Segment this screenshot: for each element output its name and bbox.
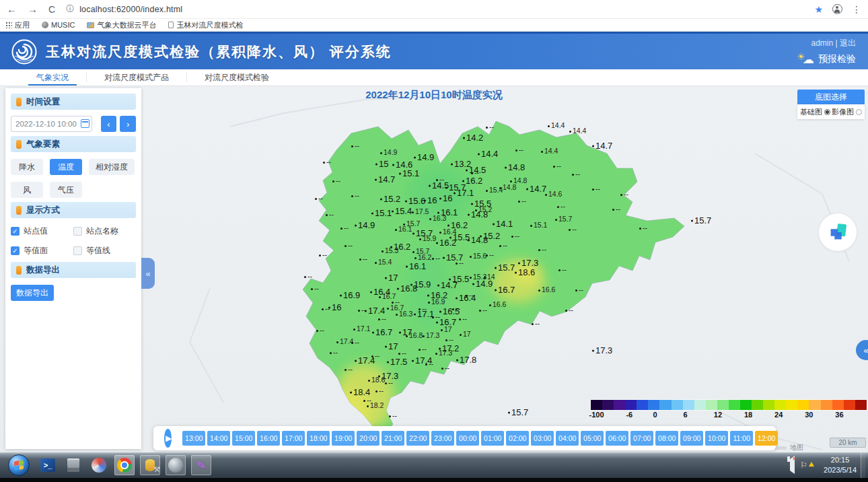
volume-muted-icon[interactable] bbox=[790, 460, 795, 471]
radio-dot-selected bbox=[824, 109, 830, 115]
legend-segment bbox=[625, 400, 637, 410]
checkbox-label: 站点值 bbox=[24, 226, 48, 237]
forward-icon[interactable]: → bbox=[28, 4, 38, 14]
windows-taskbar: >_ ✎ ⚐ 20:15 2023/5/14 bbox=[0, 452, 868, 482]
radio-basic-map[interactable]: 基础图 bbox=[800, 107, 830, 117]
display-checkboxes: ✓站点值站点名称✓等值面等值线 bbox=[11, 226, 136, 256]
time-step-button[interactable]: 09:00 bbox=[680, 431, 703, 446]
play-button[interactable]: ▶ bbox=[164, 429, 172, 448]
legend-segment bbox=[706, 400, 717, 410]
temperature-legend: -100-6061218243036 bbox=[591, 400, 867, 419]
reload-icon[interactable]: C bbox=[48, 5, 55, 14]
url-field[interactable]: localhost:62000/index.html bbox=[79, 5, 182, 14]
display-checkbox[interactable]: ✓等值面 bbox=[11, 245, 73, 256]
legend-segment bbox=[672, 400, 683, 410]
prev-time-button[interactable]: ‹ bbox=[101, 116, 117, 132]
powershell-icon[interactable]: >_ bbox=[38, 455, 58, 475]
time-step-button[interactable]: 18:00 bbox=[307, 431, 330, 446]
time-step-button[interactable]: 03:00 bbox=[531, 431, 554, 446]
time-step-button[interactable]: 19:00 bbox=[332, 431, 355, 446]
radio-satellite-map[interactable]: 影像图 bbox=[832, 107, 862, 117]
action-center-flag-icon[interactable]: ⚐ bbox=[800, 461, 807, 469]
legend-tick-label: -6 bbox=[626, 411, 632, 419]
time-step-button[interactable]: 07:00 bbox=[630, 431, 653, 446]
start-button[interactable] bbox=[8, 454, 30, 476]
chrome-icon[interactable] bbox=[114, 455, 135, 475]
mode-label: 预报检验 bbox=[818, 53, 856, 65]
tab-model-verification[interactable]: 对流尺度模式检验 bbox=[187, 69, 287, 85]
bookmark-cloud-platform[interactable]: 气象大数据云平台 bbox=[87, 20, 156, 30]
server-manager-icon[interactable] bbox=[63, 455, 83, 475]
checkbox-icon bbox=[73, 246, 82, 255]
clock-date: 2023/5/14 bbox=[824, 465, 857, 475]
display-checkbox[interactable]: ✓站点值 bbox=[11, 226, 73, 237]
time-step-button[interactable]: 23:00 bbox=[431, 431, 454, 446]
editor-pen-icon[interactable]: ✎ bbox=[191, 455, 211, 475]
time-step-button[interactable]: 10:00 bbox=[705, 431, 728, 446]
element-button[interactable]: 气压 bbox=[50, 182, 82, 198]
bookmark-music[interactable]: MUSIC bbox=[42, 21, 75, 29]
legend-segment bbox=[614, 400, 625, 410]
time-step-button[interactable]: 14:00 bbox=[207, 431, 230, 446]
back-icon[interactable]: ← bbox=[7, 4, 17, 14]
browser-menu-icon[interactable]: ⋮ bbox=[852, 4, 861, 15]
basemap-select-button[interactable]: 底图选择 bbox=[797, 90, 865, 104]
browser-toolbar: ← → C ⓘ localhost:62000/index.html ★ ⋮ bbox=[0, 0, 868, 19]
time-step-button[interactable]: 06:00 bbox=[606, 431, 628, 446]
display-checkbox[interactable]: 等值线 bbox=[73, 245, 136, 256]
bookmark-star-icon[interactable]: ★ bbox=[814, 4, 823, 15]
time-step-button[interactable]: 22:00 bbox=[406, 431, 429, 446]
time-step-button[interactable]: 16:00 bbox=[257, 431, 280, 446]
tab-model-products[interactable]: 对流尺度模式产品 bbox=[87, 69, 186, 85]
element-button[interactable]: 温度 bbox=[50, 159, 82, 175]
show-desktop-button[interactable] bbox=[861, 452, 865, 482]
checkbox-label: 站点名称 bbox=[86, 226, 118, 237]
time-step-button[interactable]: 00:00 bbox=[456, 431, 479, 446]
legend-tick-label: 30 bbox=[805, 411, 813, 419]
time-step-button[interactable]: 15:00 bbox=[232, 431, 255, 446]
time-step-button[interactable]: 02:00 bbox=[506, 431, 529, 446]
tab-weather-live[interactable]: 气象实况 bbox=[19, 69, 86, 85]
globe-app-icon[interactable] bbox=[166, 455, 186, 475]
time-step-button[interactable]: 11:00 bbox=[730, 431, 753, 446]
database-tools-icon[interactable] bbox=[140, 455, 160, 475]
music-icon bbox=[42, 22, 48, 28]
profile-avatar-icon[interactable] bbox=[832, 4, 842, 14]
time-step-button[interactable]: 13:00 bbox=[182, 431, 205, 446]
calendar-icon[interactable] bbox=[81, 119, 89, 128]
logout-link[interactable]: 退出 bbox=[840, 38, 856, 48]
time-step-button[interactable]: 17:00 bbox=[282, 431, 305, 446]
bookmark-apps[interactable]: 应用 bbox=[5, 20, 30, 30]
time-step-button[interactable]: 21:00 bbox=[382, 431, 404, 446]
legend-segment bbox=[683, 400, 694, 410]
time-step-button[interactable]: 12:00 bbox=[755, 431, 778, 446]
time-step-button[interactable]: 01:00 bbox=[481, 431, 504, 446]
page-info-icon[interactable]: ⓘ bbox=[66, 3, 74, 15]
time-step-button[interactable]: 08:00 bbox=[655, 431, 678, 446]
radio-dot bbox=[856, 109, 862, 115]
app-red-icon[interactable] bbox=[89, 455, 109, 475]
element-button[interactable]: 相对湿度 bbox=[89, 159, 135, 175]
bookmark-yulin-system[interactable]: 玉林对流尺度模式检 bbox=[168, 20, 243, 30]
time-step-button[interactable]: 05:00 bbox=[581, 431, 604, 446]
time-step-button[interactable]: 04:00 bbox=[556, 431, 579, 446]
display-panel-header: 显示方式 bbox=[11, 202, 136, 218]
taskbar-clock[interactable]: 20:15 2023/5/14 bbox=[824, 455, 857, 475]
element-button[interactable]: 风 bbox=[11, 182, 43, 198]
export-data-button[interactable]: 数据导出 bbox=[11, 285, 54, 301]
time-step-button[interactable]: 20:00 bbox=[357, 431, 379, 446]
checkbox-label: 等值面 bbox=[24, 245, 48, 256]
meteo-spiral-logo-icon bbox=[11, 38, 38, 65]
sidebar-collapse-tab[interactable]: « bbox=[141, 258, 155, 289]
display-checkbox[interactable]: 站点名称 bbox=[73, 226, 136, 237]
image-icon bbox=[87, 22, 94, 28]
map-canvas[interactable]: 14.2--14.414.414.714.4--14.414.514.8----… bbox=[149, 86, 868, 452]
legend-segment bbox=[602, 400, 614, 410]
mode-row[interactable]: ☀☁ 预报检验 bbox=[797, 53, 856, 65]
element-button[interactable]: 降水 bbox=[11, 159, 43, 175]
legend-segment bbox=[729, 400, 740, 410]
next-time-button[interactable]: › bbox=[120, 116, 136, 132]
screen: ← → C ⓘ localhost:62000/index.html ★ ⋮ 应… bbox=[0, 0, 868, 482]
legend-tick-label: 0 bbox=[653, 411, 657, 419]
datetime-input[interactable] bbox=[11, 116, 92, 132]
